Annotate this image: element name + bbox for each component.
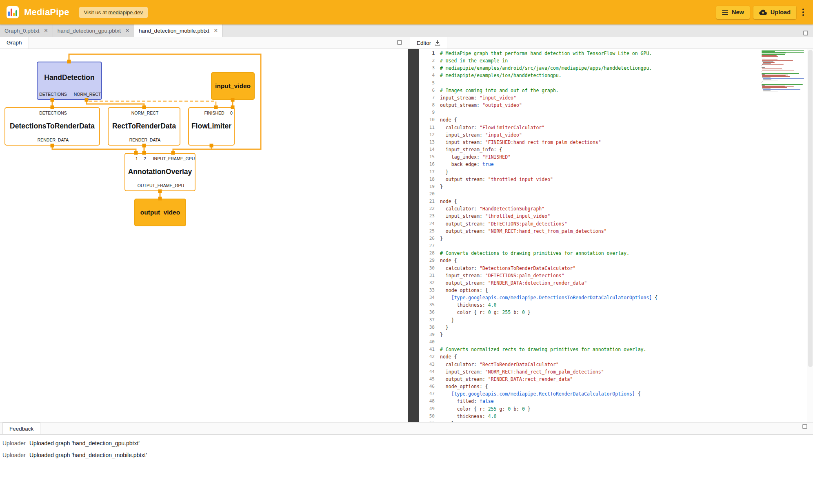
maximize-feedback-panel-icon[interactable] — [802, 424, 807, 429]
minimap-line — [762, 67, 765, 68]
code-line: 26} — [419, 235, 760, 242]
code-line: 8output_stream: "output_video" — [419, 102, 760, 109]
line-number: 6 — [419, 87, 435, 94]
port-label: DETECTIONS — [39, 92, 67, 97]
graph-node-input-video[interactable]: input_video — [211, 72, 255, 100]
graph-node-output-video[interactable]: output_video — [134, 199, 186, 226]
minimap-line — [762, 53, 786, 53]
line-number: 19 — [419, 183, 435, 190]
editor-scrollbar-thumb[interactable] — [808, 50, 813, 367]
line-number: 28 — [419, 250, 435, 257]
code-line: 12 input_stream: "input_video" — [419, 131, 760, 139]
new-button[interactable]: New — [716, 6, 750, 19]
line-number: 9 — [419, 109, 435, 116]
port-label: 0 — [230, 111, 233, 115]
graph-node-annotation-overlay[interactable]: 1 2 INPUT_FRAME_GPU AnnotationOverlay OU… — [124, 153, 195, 191]
port-label: 1 — [136, 156, 138, 161]
line-number: 36 — [419, 309, 435, 316]
minimap-line — [762, 73, 799, 73]
line-number: 34 — [419, 294, 435, 301]
feedback-log: Uploader Uploaded graph 'hand_detection_… — [0, 435, 813, 461]
feedback-panel: Feedback Uploader Uploaded graph 'hand_d… — [0, 422, 813, 504]
port-label: FINISHED — [204, 111, 224, 115]
close-tab-icon[interactable]: ✕ — [125, 28, 129, 33]
more-options-icon[interactable] — [800, 6, 806, 19]
graph-canvas[interactable]: HandDetection DETECTIONS NORM_RECT input… — [0, 49, 408, 422]
node-title: RectToRenderData — [112, 122, 176, 130]
code-line: 13 input_stream: "FINISHED:hand_rect_fro… — [419, 139, 760, 146]
panel-resizer[interactable] — [408, 49, 419, 422]
feedback-panel-header: Feedback — [0, 422, 813, 435]
graph-node-flow-limiter[interactable]: FINISHED 0 FlowLimiter — [188, 107, 235, 146]
close-tab-icon[interactable]: ✕ — [44, 28, 48, 33]
code-line: 23 input_stream: "throttled_input_video" — [419, 212, 760, 220]
node-title: output_video — [140, 209, 180, 216]
code-line: 33 node_options: { — [419, 287, 760, 294]
line-number: 38 — [419, 324, 435, 331]
editor-scrollbar[interactable] — [807, 49, 813, 422]
mediapipe-logo-icon — [7, 6, 19, 18]
minimap-line — [762, 71, 762, 72]
code-line: 35 thickness: 4.0 — [419, 301, 760, 309]
line-number: 43 — [419, 361, 435, 368]
minimap-line — [763, 79, 771, 80]
code-line: 27 — [419, 242, 760, 250]
app-header: MediaPipe Visit us at mediapipe.dev New … — [0, 0, 813, 24]
code-line: 29node { — [419, 257, 760, 264]
line-number: 46 — [419, 383, 435, 390]
file-tab-label: hand_detection_gpu.pbtxt — [58, 28, 121, 34]
minimap-line — [762, 82, 762, 82]
code-line: 40 — [419, 338, 760, 346]
close-tab-icon[interactable]: ✕ — [214, 28, 218, 33]
line-number: 40 — [419, 338, 435, 346]
code-line: 15 tag_index: "FINISHED" — [419, 153, 760, 161]
minimap-line — [763, 80, 778, 80]
code-line: 31 input_stream: "DETECTIONS:palm_detect… — [419, 272, 760, 279]
node-title: FlowLimiter — [191, 122, 231, 130]
visit-chip: Visit us at mediapipe.dev — [79, 7, 148, 18]
graph-node-rect-to-render-data[interactable]: NORM_RECT RectToRenderData RENDER_DATA — [108, 107, 180, 146]
upload-button-label: Upload — [771, 9, 791, 15]
tab-feedback-label: Feedback — [9, 426, 33, 432]
line-number: 12 — [419, 131, 435, 139]
visit-link[interactable]: mediapipe.dev — [108, 9, 143, 15]
node-title: AnnotationOverlay — [128, 168, 192, 176]
line-number: 39 — [419, 331, 435, 338]
line-number: 22 — [419, 205, 435, 212]
maximize-editor-panel-icon[interactable] — [803, 31, 808, 35]
code-line: 49 color { r: 255 g: 0 b: 0 } — [419, 405, 760, 413]
file-tab-graph-0[interactable]: Graph_0.pbtxt ✕ — [0, 24, 53, 37]
tab-feedback[interactable]: Feedback — [2, 422, 40, 434]
graph-node-hand-detection[interactable]: HandDetection DETECTIONS NORM_RECT — [37, 62, 102, 100]
download-icon[interactable] — [435, 40, 440, 46]
minimap-line — [763, 90, 771, 91]
maximize-graph-panel-icon[interactable] — [397, 40, 402, 45]
file-tab-hand-detection-gpu[interactable]: hand_detection_gpu.pbtxt ✕ — [53, 24, 134, 37]
minimap-line — [762, 77, 771, 78]
tab-editor[interactable]: Editor — [410, 37, 447, 49]
code-editor[interactable]: 1# MediaPipe graph that performs hand de… — [408, 49, 813, 422]
graph-node-detections-to-render-data[interactable]: DETECTIONS DetectionsToRenderData RENDER… — [4, 107, 100, 146]
line-number: 24 — [419, 220, 435, 228]
edge-detection-render-data — [52, 146, 136, 153]
code-line: 48 filled: false — [419, 398, 760, 405]
file-tab-label: Graph_0.pbtxt — [4, 28, 40, 34]
tab-graph[interactable]: Graph — [0, 37, 29, 49]
edge-norm-rect — [87, 100, 144, 107]
upload-button[interactable]: Upload — [753, 6, 796, 19]
line-number: 33 — [419, 287, 435, 294]
line-number: 5 — [419, 80, 435, 87]
code-line: 32 output_stream: "RENDER_DATA:detection… — [419, 279, 760, 287]
line-number: 37 — [419, 316, 435, 324]
code-line: 20 — [419, 190, 760, 198]
line-number: 14 — [419, 146, 435, 153]
minimap-content — [762, 50, 807, 93]
minimap-line — [763, 81, 763, 81]
edge-throttled-to-overlay — [173, 146, 211, 153]
line-number: 8 — [419, 102, 435, 109]
file-tab-hand-detection-mobile[interactable]: hand_detection_mobile.pbtxt ✕ — [134, 24, 223, 37]
minimap[interactable] — [762, 50, 807, 93]
code-line: 22 calculator: "HandDetectionSubgraph" — [419, 205, 760, 212]
code-line: 16 back_edge: true — [419, 161, 760, 168]
line-number: 1 — [419, 50, 435, 57]
